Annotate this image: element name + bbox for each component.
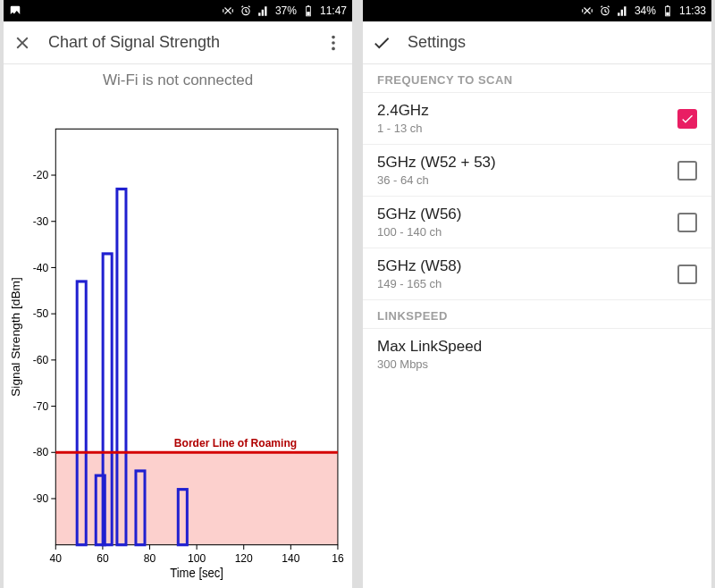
svg-text:-30: -30 (33, 215, 49, 228)
svg-text:16: 16 (332, 551, 344, 564)
list-item[interactable]: 5GHz (W56) 100 - 140 ch (363, 197, 711, 248)
signal-strength-chart[interactable]: -20-30-40-50-60-70-80-904060801001201401… (4, 91, 352, 588)
svg-rect-3 (307, 12, 310, 15)
list-item[interactable]: Max LinkSpeed 300 Mbps (363, 329, 711, 380)
svg-text:40: 40 (50, 551, 63, 564)
battery-percent: 34% (635, 4, 656, 17)
battery-icon (661, 4, 674, 17)
option-title: 2.4GHz (377, 102, 667, 120)
svg-text:120: 120 (235, 551, 253, 564)
svg-text:Border Line of Roaming: Border Line of Roaming (174, 437, 297, 449)
svg-text:-50: -50 (33, 307, 49, 320)
status-bar: 34% 11:33 (363, 0, 711, 21)
cellular-signal-icon (257, 4, 270, 17)
battery-icon (302, 4, 315, 17)
overflow-menu-icon[interactable] (324, 33, 343, 53)
svg-text:-40: -40 (33, 261, 49, 273)
list-item[interactable]: 2.4GHz 1 - 13 ch (363, 93, 711, 145)
checkbox[interactable] (677, 265, 697, 284)
alarm-icon (240, 4, 252, 17)
svg-text:60: 60 (97, 551, 109, 564)
list-item[interactable]: 5GHz (W52 + 53) 36 - 64 ch (363, 145, 711, 197)
svg-text:-80: -80 (33, 446, 49, 458)
svg-text:100: 100 (188, 551, 206, 564)
svg-text:140: 140 (282, 551, 299, 564)
svg-text:80: 80 (144, 551, 156, 564)
checkbox[interactable] (677, 213, 697, 232)
checkbox[interactable] (677, 161, 697, 181)
vibrate-icon (222, 4, 234, 17)
svg-rect-7 (55, 452, 338, 544)
wifi-status-text: Wi-Fi is not connected (4, 64, 352, 91)
app-bar: Chart of Signal Strength (4, 21, 352, 64)
section-header-frequency: FREQUENCY TO SCAN (363, 64, 711, 93)
option-sub: 149 - 165 ch (377, 277, 667, 290)
option-title: Max LinkSpeed (377, 338, 697, 356)
section-header-linkspeed: LINKSPEED (363, 300, 711, 329)
svg-rect-51 (667, 5, 669, 6)
svg-text:-60: -60 (33, 354, 49, 366)
page-title: Chart of Signal Strength (48, 33, 307, 52)
clock: 11:47 (320, 4, 347, 17)
option-title: 5GHz (W52 + 53) (377, 154, 667, 172)
option-sub: 36 - 64 ch (377, 173, 667, 187)
checkbox[interactable] (677, 109, 697, 129)
vibrate-icon (581, 4, 593, 17)
svg-point-5 (332, 41, 335, 45)
svg-point-6 (332, 46, 335, 50)
list-item[interactable]: 5GHz (W58) 149 - 165 ch (363, 248, 711, 300)
option-sub: 300 Mbps (377, 357, 697, 371)
battery-percent: 37% (275, 4, 297, 17)
notification-image-icon (9, 4, 21, 17)
svg-point-4 (332, 35, 335, 38)
done-icon[interactable] (372, 33, 391, 53)
status-bar: 37% 11:47 (4, 0, 352, 21)
svg-text:Signal Strength [dBm]: Signal Strength [dBm] (9, 277, 22, 397)
svg-text:-90: -90 (33, 492, 49, 505)
option-title: 5GHz (W56) (377, 206, 667, 223)
close-icon[interactable] (13, 33, 32, 53)
phone-left-screenshot: 37% 11:47 Chart of Signal Strength Wi-Fi… (4, 0, 352, 588)
app-bar: Settings (363, 21, 711, 64)
svg-rect-52 (666, 13, 669, 16)
svg-text:-70: -70 (33, 400, 49, 413)
page-title: Settings (408, 33, 702, 52)
option-title: 5GHz (W58) (377, 257, 667, 275)
clock: 11:33 (679, 4, 706, 17)
alarm-icon (599, 4, 611, 17)
svg-text:-20: -20 (33, 169, 49, 181)
svg-text:Time [sec]: Time [sec] (170, 566, 223, 579)
phone-right-screenshot: 34% 11:33 Settings FREQUENCY TO SCAN 2.4… (363, 0, 711, 588)
option-sub: 1 - 13 ch (377, 122, 667, 135)
cellular-signal-icon (617, 4, 629, 17)
option-sub: 100 - 140 ch (377, 225, 667, 239)
svg-rect-2 (307, 5, 309, 6)
